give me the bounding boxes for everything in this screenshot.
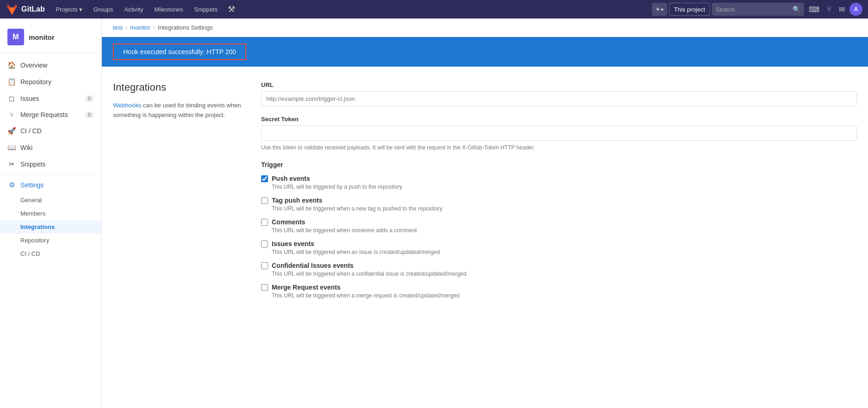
sidebar-item-snippets[interactable]: ✂ Snippets — [0, 156, 101, 173]
project-name: monitor — [29, 33, 55, 41]
sidebar-sub-cicd[interactable]: CI / CD — [0, 247, 101, 260]
sidebar-nav: 🏠 Overview 📋 Repository ◻ Issues 0 ⑂ Mer… — [0, 57, 101, 260]
breadcrumb-current: Integrations Settings — [158, 24, 213, 31]
trigger-tag-push-events: Tag push events This URL will be trigger… — [261, 197, 857, 212]
repository-icon: 📋 — [7, 78, 16, 86]
confidential-issues-checkbox[interactable] — [261, 262, 268, 269]
webhooks-link[interactable]: Webhooks — [113, 102, 141, 109]
issues-events-desc: This URL will be triggered when an issue… — [261, 249, 857, 255]
sidebar-item-issues[interactable]: ◻ Issues 0 — [0, 90, 101, 107]
cicd-icon: 🚀 — [7, 127, 16, 135]
trigger-issues-row: Issues events — [261, 240, 857, 247]
merge-request-events-checkbox[interactable] — [261, 284, 268, 291]
sidebar-divider — [0, 174, 101, 175]
overview-icon: 🏠 — [7, 61, 16, 69]
trigger-comments-row: Comments — [261, 218, 857, 226]
nav-projects[interactable]: Projects ▾ — [52, 0, 86, 19]
nav-keyboard-icon[interactable]: ⌨ — [806, 3, 822, 16]
tag-push-events-desc: This URL will be triggered when a new ta… — [261, 205, 857, 212]
trigger-merge-request-events: Merge Request events This URL will be tr… — [261, 284, 857, 299]
issues-icon: ◻ — [7, 94, 16, 103]
url-input[interactable] — [261, 91, 857, 106]
tag-push-events-label: Tag push events — [272, 197, 322, 204]
merge-requests-icon: ⑂ — [7, 111, 16, 118]
merge-requests-badge: 0 — [85, 111, 94, 118]
project-avatar: M — [7, 29, 24, 45]
flash-message-text: Hook executed successfully: HTTP 200 — [123, 48, 236, 56]
nav-snippets[interactable]: Snippets — [191, 0, 222, 19]
trigger-tag-push-row: Tag push events — [261, 197, 857, 204]
breadcrumb-monitor[interactable]: monitor — [130, 24, 150, 31]
merge-request-events-label: Merge Request events — [272, 284, 341, 291]
trigger-confidential-issues: Confidential Issues events This URL will… — [261, 262, 857, 277]
main-content: test › monitor › Integrations Settings H… — [102, 19, 868, 408]
breadcrumb-test[interactable]: test — [113, 24, 123, 31]
url-group: URL — [261, 81, 857, 106]
section-title: Integrations — [113, 81, 243, 93]
trigger-push-events-row: Push events — [261, 175, 857, 182]
nav-dev-icon[interactable]: ⚒ — [225, 2, 238, 16]
comments-checkbox[interactable] — [261, 219, 268, 226]
create-new-button[interactable]: + ▾ — [652, 3, 667, 16]
sidebar-item-wiki[interactable]: 📖 Wiki — [0, 139, 101, 156]
sidebar-item-merge-requests[interactable]: ⑂ Merge Requests 0 — [0, 107, 101, 123]
trigger-push-events: Push events This URL will be triggered b… — [261, 175, 857, 190]
secret-token-label: Secret Token — [261, 116, 857, 123]
snippets-icon: ✂ — [7, 160, 16, 168]
issues-events-label: Issues events — [272, 240, 314, 247]
breadcrumb-sep-1: › — [125, 24, 127, 31]
nav-fork-icon[interactable]: ⑂ — [824, 3, 834, 15]
trigger-section: Trigger Push events This URL will be tri… — [261, 161, 857, 299]
sidebar-item-overview[interactable]: 🏠 Overview — [0, 57, 101, 74]
sidebar-item-settings[interactable]: ⚙ Settings — [0, 177, 101, 193]
search-icon: 🔍 — [793, 6, 800, 13]
flash-message-container: Hook executed successfully: HTTP 200 — [102, 37, 868, 67]
secret-token-input[interactable] — [261, 125, 857, 141]
sidebar-item-repository[interactable]: 📋 Repository — [0, 74, 101, 90]
gitlab-logo[interactable]: GitLab — [6, 3, 45, 16]
search-input[interactable] — [716, 6, 790, 13]
trigger-label: Trigger — [261, 161, 857, 168]
nav-milestones[interactable]: Milestones — [150, 0, 187, 19]
comments-desc: This URL will be triggered when someone … — [261, 227, 857, 234]
confidential-issues-label: Confidential Issues events — [272, 262, 354, 269]
secret-token-group: Secret Token Use this token to validate … — [261, 116, 857, 152]
project-header: M monitor — [0, 24, 101, 53]
page-wrapper: M monitor 🏠 Overview 📋 Repository ◻ Issu… — [0, 19, 868, 408]
breadcrumb-sep-2: › — [153, 24, 155, 31]
push-events-desc: This URL will be triggered by a push to … — [261, 184, 857, 190]
user-avatar[interactable]: A — [849, 3, 862, 16]
confidential-issues-desc: This URL will be triggered when a confid… — [261, 271, 857, 277]
trigger-merge-request-row: Merge Request events — [261, 284, 857, 291]
this-project-button[interactable]: This project — [669, 3, 710, 16]
breadcrumb: test › monitor › Integrations Settings — [102, 19, 868, 37]
tag-push-events-checkbox[interactable] — [261, 197, 268, 204]
sidebar-item-cicd[interactable]: 🚀 CI / CD — [0, 123, 101, 139]
sidebar: M monitor 🏠 Overview 📋 Repository ◻ Issu… — [0, 19, 102, 408]
url-label: URL — [261, 81, 857, 88]
sidebar-sub-repository[interactable]: Repository — [0, 234, 101, 247]
merge-request-events-desc: This URL will be triggered when a merge … — [261, 292, 857, 299]
push-events-checkbox[interactable] — [261, 175, 268, 182]
description: Webhooks can be used for binding events … — [113, 101, 243, 120]
search-container: 🔍 — [712, 3, 804, 16]
comments-label: Comments — [272, 218, 305, 226]
nav-groups[interactable]: Groups — [90, 0, 117, 19]
nav-right: + ▾ This project 🔍 ⌨ ⑂ ✉ A — [652, 3, 862, 16]
top-nav: GitLab Projects ▾ Groups Activity Milest… — [0, 0, 868, 19]
sidebar-sub-general[interactable]: General — [0, 193, 101, 207]
sidebar-sub-members[interactable]: Members — [0, 207, 101, 220]
nav-activity[interactable]: Activity — [120, 0, 147, 19]
issues-events-checkbox[interactable] — [261, 241, 268, 247]
secret-token-hint: Use this token to validate received payl… — [261, 143, 857, 152]
content-area: Integrations Webhooks can be used for bi… — [102, 67, 868, 320]
trigger-comments: Comments This URL will be triggered when… — [261, 218, 857, 234]
flash-message-box: Hook executed successfully: HTTP 200 — [113, 43, 246, 60]
nav-inbox-icon[interactable]: ✉ — [836, 3, 848, 16]
trigger-issues-events: Issues events This URL will be triggered… — [261, 240, 857, 255]
issues-badge: 0 — [85, 95, 94, 102]
right-panel: URL Secret Token Use this token to valid… — [261, 81, 857, 305]
wiki-icon: 📖 — [7, 143, 16, 152]
sidebar-sub-integrations[interactable]: Integrations — [0, 220, 101, 234]
left-panel: Integrations Webhooks can be used for bi… — [113, 81, 243, 305]
